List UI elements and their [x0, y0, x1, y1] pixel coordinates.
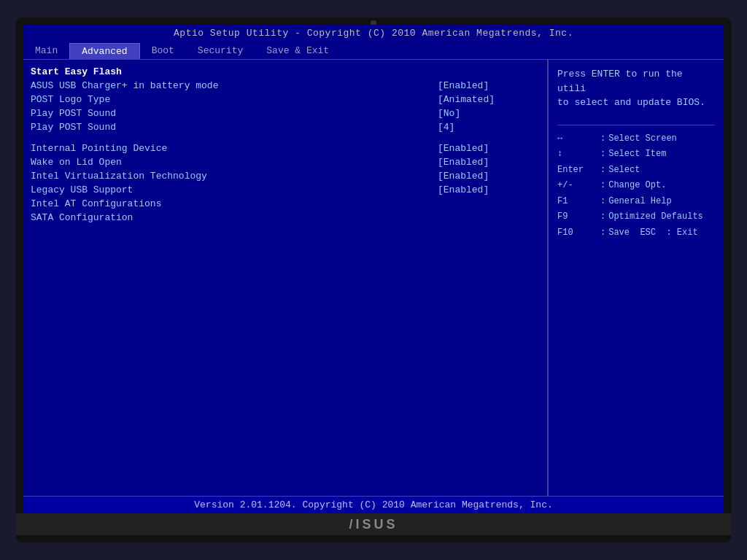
bios-screen: Aptio Setup Utility - Copyright (C) 2010…: [23, 25, 724, 513]
title-bar: Aptio Setup Utility - Copyright (C) 2010…: [23, 25, 724, 42]
menu-label: Play POST Sound: [31, 108, 438, 119]
key-colon: :: [600, 225, 605, 241]
key-name: ↕: [557, 147, 597, 163]
key-colon: :: [600, 178, 605, 194]
asus-logo-bar: /ISUS: [16, 513, 731, 535]
menu-label: Legacy USB Support: [31, 184, 438, 195]
menu-item-legacy-usb[interactable]: Legacy USB Support [Enabled]: [31, 184, 540, 196]
key-name: +/-: [557, 178, 597, 194]
key-colon: :: [600, 163, 605, 179]
menu-value: [Enabled]: [438, 184, 540, 195]
menu-label: Start Easy Flash: [31, 66, 540, 77]
menu-label: Internal Pointing Device: [31, 143, 438, 154]
menu-value: [Enabled]: [438, 143, 540, 154]
key-name: F9: [557, 209, 597, 225]
key-name: ↔: [557, 131, 597, 147]
menu-item-internal-pointing[interactable]: Internal Pointing Device [Enabled]: [31, 142, 540, 155]
key-row-item: ↕ : Select Item: [557, 147, 715, 163]
key-colon: :: [600, 131, 605, 147]
menu-value: [Animated]: [438, 94, 540, 105]
menu-item-play-post-sound-1[interactable]: Play POST Sound [No]: [31, 107, 540, 120]
key-desc: Select Item: [608, 147, 666, 163]
menu-item-wake-on-lid[interactable]: Wake on Lid Open [Enabled]: [31, 156, 540, 168]
menu-label: Play POST Sound: [31, 122, 438, 133]
menu-label: Intel AT Configurations: [31, 198, 438, 209]
menu-value: [Enabled]: [438, 80, 540, 91]
key-colon: :: [600, 209, 605, 225]
tab-security[interactable]: Security: [186, 43, 255, 59]
key-desc: Select: [608, 163, 640, 179]
menu-value: [Enabled]: [438, 171, 540, 182]
left-panel: Start Easy Flash ASUS USB Charger+ in ba…: [23, 60, 549, 496]
tab-boot[interactable]: Boot: [140, 43, 186, 59]
menu-label: POST Logo Type: [31, 94, 438, 105]
key-desc: General Help: [608, 194, 671, 210]
title-text: Aptio Setup Utility - Copyright (C) 2010…: [174, 28, 573, 39]
key-name: F10: [557, 225, 597, 241]
key-name: F1: [557, 194, 597, 210]
key-name: Enter: [557, 163, 597, 179]
menu-value: [No]: [438, 108, 540, 119]
menu-label: Wake on Lid Open: [31, 157, 438, 168]
tab-advanced[interactable]: Advanced: [69, 43, 139, 59]
key-row-f10: F10 : Save ESC : Exit: [557, 225, 715, 241]
menu-item-post-logo[interactable]: POST Logo Type [Animated]: [31, 93, 540, 106]
key-desc: Save ESC : Exit: [608, 225, 697, 241]
menu-item-sata[interactable]: SATA Configuration: [31, 211, 540, 224]
menu-label: ASUS USB Charger+ in battery mode: [31, 80, 438, 91]
menu-label: SATA Configuration: [31, 212, 438, 223]
key-row-f9: F9 : Optimized Defaults: [557, 209, 715, 225]
divider: [557, 125, 715, 125]
menu-item-vt[interactable]: Intel Virtualization Technology [Enabled…: [31, 170, 540, 182]
right-panel: Press ENTER to run the utili to select a…: [549, 60, 724, 496]
status-text: Version 2.01.1204. Copyright (C) 2010 Am…: [194, 499, 552, 510]
key-row-change: +/- : Change Opt.: [557, 178, 715, 194]
menu-label: Intel Virtualization Technology: [31, 171, 438, 182]
content-area: Start Easy Flash ASUS USB Charger+ in ba…: [23, 60, 724, 496]
menu-item-play-post-sound-2[interactable]: Play POST Sound [4]: [31, 121, 540, 133]
key-colon: :: [600, 194, 605, 210]
menu-item-intel-at[interactable]: Intel AT Configurations: [31, 198, 540, 210]
key-help: ↔ : Select Screen ↕ : Select Item Enter …: [557, 131, 715, 241]
status-bar: Version 2.01.1204. Copyright (C) 2010 Am…: [23, 496, 724, 513]
menu-value: [Enabled]: [438, 157, 540, 168]
tab-main[interactable]: Main: [23, 43, 69, 59]
key-row-enter: Enter : Select: [557, 163, 715, 179]
nav-tabs: Main Advanced Boot Security Save & Exit: [23, 42, 724, 60]
key-desc: Select Screen: [608, 131, 677, 147]
key-desc: Change Opt.: [608, 178, 666, 194]
tab-save-exit[interactable]: Save & Exit: [255, 43, 341, 59]
separator: [31, 135, 540, 141]
menu-item-start-easy-flash[interactable]: Start Easy Flash: [31, 66, 540, 78]
key-row-f1: F1 : General Help: [557, 194, 715, 210]
key-colon: :: [600, 147, 605, 163]
help-text: Press ENTER to run the utili to select a…: [557, 67, 715, 110]
menu-value: [4]: [438, 122, 540, 133]
asus-logo: /ISUS: [349, 517, 398, 532]
key-desc: Optimized Defaults: [608, 209, 703, 225]
menu-item-usb-charger[interactable]: ASUS USB Charger+ in battery mode [Enabl…: [31, 79, 540, 92]
key-row-screen: ↔ : Select Screen: [557, 131, 715, 147]
